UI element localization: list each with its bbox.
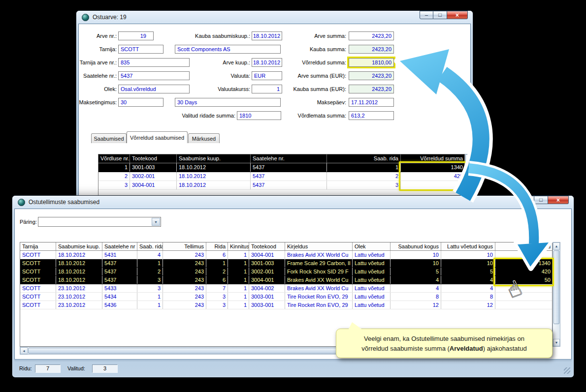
table-cell[interactable]: 243 bbox=[163, 293, 206, 301]
table-cell[interactable]: SCOTT bbox=[20, 259, 56, 267]
column-header[interactable]: Tarnija bbox=[20, 242, 56, 250]
column-header[interactable]: Lattu võetud kogus bbox=[441, 242, 495, 250]
column-header[interactable]: Saabunud kogus bbox=[391, 242, 441, 250]
table-cell[interactable]: 23.10.2012 bbox=[56, 284, 102, 292]
table-cell[interactable]: 10 bbox=[441, 251, 495, 259]
table-cell[interactable]: Lattu võetud bbox=[353, 276, 391, 284]
table-cell[interactable]: 1340 bbox=[401, 163, 465, 172]
arve-kuup-input[interactable]: 18.10.2012 bbox=[252, 58, 282, 67]
maksetingimus-input[interactable]: 30 bbox=[118, 98, 163, 107]
table-cell[interactable]: 10 bbox=[391, 251, 441, 259]
table-cell[interactable]: 18.10.2012 bbox=[177, 172, 251, 181]
vordlemata-summa-field[interactable]: 613,2 bbox=[349, 111, 394, 120]
table-cell[interactable]: 1 bbox=[228, 268, 249, 275]
kauba-saabumiskuup-input[interactable]: 18.10.2012 bbox=[252, 31, 282, 40]
table-cell[interactable]: 18.10.2012 bbox=[177, 181, 251, 189]
maximize-button[interactable]: □ bbox=[433, 11, 447, 19]
scroll-up-button[interactable]: ▲ bbox=[553, 242, 560, 250]
table-cell[interactable]: 5436 bbox=[102, 301, 137, 309]
query-combobox[interactable]: ▼ bbox=[38, 217, 161, 227]
table-cell[interactable]: 3004-001 bbox=[249, 276, 285, 284]
table-cell[interactable]: 3003-001 bbox=[249, 301, 285, 309]
resize-grip[interactable] bbox=[564, 367, 570, 374]
arve-summa-eur-field[interactable]: 2423,20 bbox=[349, 71, 394, 80]
table-cell[interactable]: 5431 bbox=[102, 251, 137, 259]
table-cell[interactable]: 1 bbox=[228, 293, 249, 301]
table-cell[interactable]: Lattu võetud bbox=[353, 251, 391, 259]
table-cell[interactable]: SCOTT bbox=[20, 268, 56, 275]
column-header[interactable]: Saab. rida bbox=[327, 154, 401, 163]
scroll-up-button[interactable]: ▲ bbox=[465, 154, 472, 162]
table-cell[interactable] bbox=[495, 301, 553, 309]
table-cell[interactable] bbox=[495, 251, 553, 259]
column-header[interactable]: Kirjeldus bbox=[285, 242, 353, 250]
maksepaev-field[interactable]: 17.11.2012 bbox=[349, 98, 394, 107]
valitud-ridade-summa-field[interactable]: 1810 bbox=[237, 111, 281, 120]
table-cell[interactable]: 5437 bbox=[251, 172, 327, 181]
table-cell[interactable]: 23.10.2012 bbox=[56, 293, 102, 301]
table-cell[interactable]: 6 bbox=[206, 276, 228, 284]
column-header[interactable]: Olek bbox=[353, 242, 391, 250]
column-header[interactable]: Kinnitus bbox=[228, 242, 249, 250]
table-cell[interactable]: 3 bbox=[327, 181, 401, 189]
table-cell[interactable]: 3 bbox=[206, 293, 228, 301]
minimize-button[interactable]: – bbox=[521, 196, 534, 204]
scroll-down-button[interactable]: ▼ bbox=[553, 339, 560, 346]
table-cell[interactable]: Frame Scale 29 Carbon, Il bbox=[285, 259, 353, 267]
table-cell[interactable]: Lattu võetud bbox=[353, 268, 391, 275]
table-row[interactable]: SCOTT18.10.201254371243113001-003Frame S… bbox=[20, 259, 552, 268]
table-cell[interactable]: 3001-003 bbox=[249, 259, 285, 267]
table-cell[interactable]: 23.10.2012 bbox=[56, 301, 102, 309]
table-cell[interactable]: 243 bbox=[163, 276, 206, 284]
table-cell[interactable]: 2 bbox=[98, 172, 130, 181]
table-cell[interactable]: 8 bbox=[391, 293, 441, 301]
table-cell[interactable]: 420 bbox=[495, 268, 553, 275]
table-cell[interactable]: Brakes Avid XX World Cu bbox=[285, 251, 353, 259]
table-cell[interactable]: 2 bbox=[206, 268, 228, 275]
kauba-summa-eur-field[interactable]: 2423,20 bbox=[349, 85, 394, 93]
close-button[interactable]: × bbox=[447, 11, 468, 19]
table-cell[interactable]: 4 bbox=[391, 284, 441, 292]
scrollbar-thumb[interactable] bbox=[466, 162, 471, 179]
table-cell[interactable]: 243 bbox=[163, 268, 206, 275]
table-cell[interactable]: 1 bbox=[137, 259, 163, 267]
column-header[interactable]: Saab. rida bbox=[137, 242, 163, 250]
table-cell[interactable]: Lattu võetud bbox=[353, 259, 391, 267]
valuuta-input[interactable]: EUR bbox=[252, 71, 282, 80]
column-header[interactable]: Saabumise kuup. bbox=[177, 154, 251, 163]
titlebar[interactable]: Ostuarve: 19 – □ × bbox=[76, 11, 473, 24]
table-cell[interactable]: 18.10.2012 bbox=[56, 268, 102, 275]
olek-field[interactable]: Osal.võrreldud bbox=[118, 85, 190, 93]
table-cell[interactable]: 1 bbox=[137, 293, 163, 301]
table-row[interactable]: 23002-00118.10.201254372420 bbox=[98, 172, 464, 181]
arve-nr-input[interactable]: 19 bbox=[118, 31, 154, 40]
table-cell[interactable]: 3004-001 bbox=[130, 181, 177, 189]
table-cell[interactable]: 3 bbox=[137, 284, 163, 292]
column-header[interactable]: Võrdluse nr. bbox=[98, 154, 130, 163]
column-header[interactable]: Saabumise kuup. bbox=[56, 242, 102, 250]
close-button[interactable]: × bbox=[548, 196, 569, 204]
chevron-down-icon[interactable]: ▼ bbox=[152, 218, 160, 226]
table-cell[interactable]: 243 bbox=[163, 251, 206, 259]
column-header[interactable]: Saatelehe nr bbox=[102, 242, 137, 250]
vorreldud-summa-field[interactable]: 1810,00 bbox=[349, 58, 394, 67]
tarnija-name-field[interactable]: Scott Components AS bbox=[175, 45, 281, 54]
table-cell[interactable]: 4 bbox=[137, 251, 163, 259]
table-cell[interactable] bbox=[495, 284, 553, 292]
table-cell[interactable]: 10 bbox=[391, 259, 441, 267]
table-cell[interactable]: 1340 bbox=[495, 259, 553, 267]
tab-saabumised[interactable]: Saabumised bbox=[91, 133, 127, 143]
table-cell[interactable]: 8 bbox=[441, 293, 495, 301]
table-cell[interactable]: 5437 bbox=[102, 259, 137, 267]
table-cell[interactable]: 1 bbox=[228, 284, 249, 292]
table-cell[interactable]: Lattu võetud bbox=[353, 293, 391, 301]
table-cell[interactable]: 5437 bbox=[102, 268, 137, 275]
table-row[interactable]: SCOTT23.10.201254333243713004-002Brakes … bbox=[20, 284, 552, 293]
maximize-button[interactable]: □ bbox=[534, 196, 548, 204]
table-cell[interactable]: 3004-002 bbox=[249, 284, 285, 292]
table-cell[interactable]: 1 bbox=[228, 259, 249, 267]
table-cell[interactable]: 4 bbox=[391, 276, 441, 284]
column-header[interactable]: Saatelehe nr. bbox=[251, 154, 327, 163]
table-cell[interactable]: 50 bbox=[495, 276, 553, 284]
table-cell[interactable]: 18.10.2012 bbox=[56, 259, 102, 267]
